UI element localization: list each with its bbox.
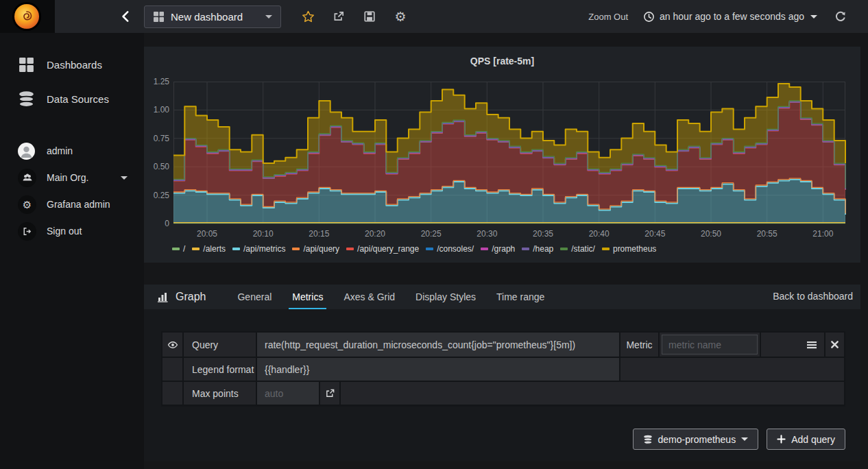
zoom-out-button[interactable]: Zoom Out	[588, 12, 628, 22]
panel-title[interactable]: QPS [rate-5m]	[144, 56, 860, 67]
navbar-actions: ⚙	[300, 8, 409, 25]
legend-swatch	[192, 248, 200, 250]
person-icon	[18, 143, 35, 160]
datasource-selector-button[interactable]: demo-prometheus	[633, 429, 759, 450]
sidebar: Dashboards Data Sources admin Main Org. …	[0, 33, 144, 469]
tab-axes-grid[interactable]: Axes & Grid	[333, 285, 405, 309]
caret-down-icon	[121, 176, 128, 180]
legend-swatch	[560, 248, 568, 250]
legend-label: /alerts	[203, 244, 226, 254]
add-query-button[interactable]: Add query	[767, 429, 845, 450]
dashboard-title-button[interactable]: New dashboard	[144, 5, 281, 28]
datasource-label: demo-prometheus	[658, 434, 736, 445]
max-points-input[interactable]	[257, 382, 319, 405]
sidebar-item-grafana-admin[interactable]: ⚙ Grafana admin	[0, 191, 144, 218]
legend-item--api-query[interactable]: /api/query	[292, 244, 339, 254]
legend-swatch	[346, 248, 354, 250]
save-button[interactable]	[361, 8, 378, 25]
tab-display-styles[interactable]: Display Styles	[405, 285, 486, 309]
gear-icon-circle: ⚙	[18, 195, 36, 214]
y-axis-tick-label: 0.25	[146, 191, 169, 200]
legend-item--[interactable]: /	[172, 244, 185, 254]
query-input[interactable]	[257, 333, 619, 357]
y-axis-tick-label: 0	[146, 219, 169, 228]
users-icon-circle	[18, 169, 36, 187]
editor-header: Graph General Metrics Axes & Grid Displa…	[144, 285, 860, 309]
remove-query-button[interactable]	[825, 333, 844, 357]
sign-out-icon	[22, 226, 32, 237]
tab-time-range[interactable]: Time range	[486, 285, 555, 309]
legend-swatch	[172, 248, 180, 250]
tab-general[interactable]: General	[227, 285, 282, 309]
avatar	[18, 143, 35, 160]
sidebar-item-dashboards[interactable]: Dashboards	[0, 51, 144, 78]
sidebar-item-main-org[interactable]: Main Org.	[0, 164, 144, 191]
legend-item--api-query-range[interactable]: /api/query_range	[346, 244, 419, 254]
x-axis-tick-label: 20:20	[356, 229, 394, 239]
query-label: Query	[184, 333, 257, 357]
legend-swatch	[522, 248, 529, 250]
sidebar-item-data-sources[interactable]: Data Sources	[0, 85, 144, 112]
legend-label: /consoles/	[437, 244, 474, 254]
legend-label: /static/	[571, 244, 595, 254]
legend-item--alerts[interactable]: /alerts	[192, 244, 226, 254]
max-points-link-button[interactable]	[320, 382, 341, 405]
time-range-label: an hour ago to a few seconds ago	[660, 11, 804, 22]
x-axis-tick-label: 20:40	[580, 229, 618, 239]
query-input-cell	[257, 333, 620, 357]
legend-item--api-metrics[interactable]: /api/metrics	[232, 244, 285, 254]
navbar-right: Zoom Out an hour ago to a few seconds ag…	[588, 8, 868, 25]
share-button[interactable]	[330, 8, 347, 25]
sidebar-item-sign-out[interactable]: Sign out	[0, 217, 144, 245]
settings-button[interactable]: ⚙	[392, 8, 409, 25]
legend-format-input-cell	[257, 358, 620, 381]
metric-name-input[interactable]	[662, 335, 758, 354]
database-icon	[643, 435, 653, 444]
graph-panel: QPS [rate-5m] 00.250.500.751.001.2520:05…	[144, 47, 860, 263]
y-axis-tick-label: 1.00	[146, 105, 169, 115]
metric-label: Metric	[620, 333, 660, 357]
legend-swatch	[481, 248, 488, 250]
legend-swatch	[426, 248, 433, 250]
legend-label: /heap	[533, 244, 553, 254]
editor-panel-type: Graph	[157, 291, 206, 303]
tab-metrics[interactable]: Metrics	[282, 285, 333, 309]
sidebar-collapse-button[interactable]	[119, 10, 133, 23]
legend-item--static-[interactable]: /static/	[560, 244, 595, 254]
legend-item--heap[interactable]: /heap	[522, 244, 553, 254]
chart-legend: //alerts/api/metrics/api/query/api/query…	[172, 244, 656, 254]
max-points-input-cell	[257, 382, 320, 405]
legend-item-prometheus[interactable]: prometheus	[602, 244, 656, 254]
legend-label: /api/query_range	[357, 244, 419, 254]
star-button[interactable]	[300, 8, 316, 25]
navbar-left	[0, 0, 144, 33]
database-icon	[18, 91, 35, 108]
legend-label: /api/metrics	[243, 244, 285, 254]
x-axis-tick-label: 20:10	[244, 229, 282, 239]
toggle-query-visibility-button[interactable]	[162, 333, 184, 357]
legend-item--graph[interactable]: /graph	[481, 244, 515, 254]
legend-swatch	[602, 248, 610, 250]
graph-editor-panel: Graph General Metrics Axes & Grid Displa…	[144, 285, 860, 461]
refresh-button[interactable]	[832, 8, 849, 25]
y-axis-tick-label: 1.25	[146, 77, 169, 86]
legend-label: /	[183, 244, 185, 254]
add-query-label: Add query	[791, 434, 835, 445]
hamburger-menu-icon	[806, 339, 817, 350]
legend-item--consoles-[interactable]: /consoles/	[426, 244, 474, 254]
caret-down-icon	[741, 437, 748, 441]
x-axis-tick-label: 20:15	[300, 229, 338, 239]
caret-down-icon	[810, 15, 817, 19]
legend-label: /graph	[492, 244, 515, 254]
x-axis-tick-label: 20:35	[524, 229, 562, 239]
caret-down-icon	[265, 15, 272, 19]
share-icon	[333, 10, 345, 23]
x-axis-tick-label: 20:05	[188, 229, 226, 239]
time-picker-button[interactable]: an hour ago to a few seconds ago	[643, 11, 817, 23]
grid-icon	[153, 11, 165, 23]
x-axis-tick-label: 20:25	[412, 229, 450, 239]
query-menu-button[interactable]	[806, 339, 817, 350]
back-to-dashboard-link[interactable]: Back to dashboard	[773, 291, 853, 302]
legend-format-input[interactable]	[257, 358, 619, 381]
sidebar-item-admin[interactable]: admin	[0, 137, 144, 165]
